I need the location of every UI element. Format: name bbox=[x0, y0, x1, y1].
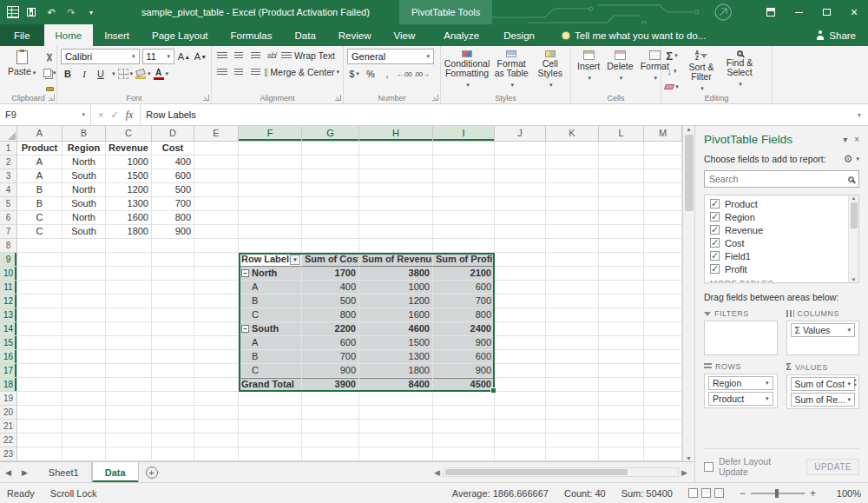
orientation-button[interactable]: ab̸ bbox=[265, 49, 279, 63]
cell-C10[interactable] bbox=[106, 267, 152, 281]
cell-D4[interactable]: 500 bbox=[152, 183, 194, 197]
cell-G4[interactable] bbox=[302, 183, 359, 197]
cell-K19[interactable] bbox=[546, 392, 599, 406]
cell-F7[interactable] bbox=[239, 225, 302, 239]
filters-box[interactable] bbox=[704, 321, 778, 355]
wrap-text-button[interactable]: Wrap Text bbox=[281, 49, 335, 63]
tab-review[interactable]: Review bbox=[327, 24, 383, 46]
align-bottom-button[interactable] bbox=[248, 49, 262, 63]
cell-A3[interactable]: A bbox=[17, 169, 62, 183]
cell-G12[interactable]: 500 bbox=[302, 295, 359, 308]
cell-M11[interactable] bbox=[644, 281, 682, 295]
redo-button[interactable]: ↷ bbox=[64, 4, 78, 20]
cell-C2[interactable]: 1000 bbox=[106, 156, 152, 169]
cell-F14[interactable]: −South bbox=[239, 322, 302, 336]
cell-H15[interactable]: 1500 bbox=[359, 336, 433, 350]
cell-G11[interactable]: 400 bbox=[302, 281, 359, 295]
page-break-view-icon[interactable] bbox=[714, 488, 724, 498]
field-chip--values[interactable]: Σ Values▾ bbox=[791, 323, 856, 337]
horizontal-scroll-track[interactable] bbox=[443, 467, 679, 477]
field-checkbox-region[interactable] bbox=[710, 212, 720, 222]
cell-M10[interactable] bbox=[644, 267, 682, 281]
cell-D9[interactable] bbox=[152, 253, 194, 267]
cell-D19[interactable] bbox=[152, 392, 194, 406]
cell-H16[interactable]: 1300 bbox=[359, 350, 433, 364]
field-item-field1[interactable]: Field1 bbox=[705, 249, 858, 262]
cell-I17[interactable]: 900 bbox=[433, 364, 495, 378]
formula-bar-expand-icon[interactable]: ▾ bbox=[851, 104, 868, 125]
zoom-out-button[interactable]: − bbox=[740, 487, 746, 500]
row-header-2[interactable]: 2 bbox=[0, 156, 17, 169]
cell-M2[interactable] bbox=[644, 156, 682, 169]
cell-J9[interactable] bbox=[495, 253, 546, 267]
cell-F4[interactable] bbox=[239, 183, 302, 197]
cell-D17[interactable] bbox=[152, 364, 194, 378]
cell-M15[interactable] bbox=[644, 336, 682, 350]
sheet-nav-right-icon[interactable]: ▶ bbox=[16, 462, 33, 482]
horizontal-scroll-thumb[interactable] bbox=[445, 469, 628, 475]
cell-A9[interactable] bbox=[17, 253, 62, 267]
cell-J2[interactable] bbox=[495, 156, 546, 169]
cell-A11[interactable] bbox=[17, 281, 62, 295]
underline-button[interactable]: U bbox=[94, 67, 108, 81]
cell-F6[interactable] bbox=[239, 211, 302, 225]
delete-cells-button[interactable]: Delete▾ bbox=[604, 49, 635, 91]
cell-G14[interactable]: 2200 bbox=[302, 322, 359, 336]
cell-E11[interactable] bbox=[194, 281, 239, 295]
field-checkbox-cost[interactable] bbox=[710, 238, 720, 248]
cell-L5[interactable] bbox=[599, 197, 644, 211]
cell-A23[interactable] bbox=[17, 447, 62, 461]
cell-K11[interactable] bbox=[546, 281, 599, 295]
row-header-1[interactable]: 1 bbox=[0, 142, 17, 156]
cell-K21[interactable] bbox=[546, 420, 599, 434]
cell-L8[interactable] bbox=[599, 239, 644, 253]
cell-M16[interactable] bbox=[644, 350, 682, 364]
alignment-dialog-launcher[interactable] bbox=[335, 95, 341, 101]
cell-I9[interactable]: Sum of Profit bbox=[433, 253, 495, 267]
row-header-3[interactable]: 3 bbox=[0, 169, 17, 183]
chip-dropdown-icon[interactable]: ▾ bbox=[766, 395, 769, 402]
cell-I10[interactable]: 2100 bbox=[433, 267, 495, 281]
cell-F2[interactable] bbox=[239, 156, 302, 169]
cell-E10[interactable] bbox=[194, 267, 239, 281]
cell-L14[interactable] bbox=[599, 322, 644, 336]
column-header-G[interactable]: G bbox=[302, 126, 359, 142]
cell-L19[interactable] bbox=[599, 392, 644, 406]
number-format-combo[interactable]: General▾ bbox=[347, 49, 434, 64]
cell-M9[interactable] bbox=[644, 253, 682, 267]
share-button[interactable]: Share bbox=[804, 24, 868, 46]
italic-button[interactable]: I bbox=[77, 67, 91, 81]
scroll-left-icon[interactable]: ◀ bbox=[434, 468, 440, 477]
cell-G23[interactable] bbox=[302, 447, 359, 461]
cell-H18[interactable]: 8400 bbox=[359, 378, 433, 392]
copy-button[interactable]: ▾ bbox=[43, 66, 56, 80]
font-size-combo[interactable]: 11▾ bbox=[142, 49, 174, 64]
save-button[interactable] bbox=[24, 4, 38, 20]
fields-scroll-down-icon[interactable]: ▼ bbox=[852, 277, 857, 282]
cell-M7[interactable] bbox=[644, 225, 682, 239]
cell-H23[interactable] bbox=[359, 447, 433, 461]
chip-dropdown-icon[interactable]: ▾ bbox=[847, 381, 851, 387]
cell-G7[interactable] bbox=[302, 225, 359, 239]
cell-D10[interactable] bbox=[152, 267, 194, 281]
fields-scroll-up-icon[interactable]: ▲ bbox=[852, 195, 857, 201]
cell-I22[interactable] bbox=[433, 434, 495, 447]
cell-F13[interactable]: C bbox=[239, 308, 302, 322]
cell-J17[interactable] bbox=[495, 364, 546, 378]
cell-F11[interactable]: A bbox=[239, 281, 302, 295]
cell-I21[interactable] bbox=[433, 420, 495, 434]
cell-I7[interactable] bbox=[433, 225, 495, 239]
filter-dropdown-button[interactable]: ▼ bbox=[290, 255, 300, 265]
cell-H22[interactable] bbox=[359, 434, 433, 447]
field-item-cost[interactable]: Cost bbox=[705, 236, 858, 249]
cell-E5[interactable] bbox=[194, 197, 239, 211]
columns-box[interactable]: Σ Values▾ bbox=[786, 321, 860, 355]
zoom-slider[interactable] bbox=[751, 493, 805, 494]
cell-J1[interactable] bbox=[495, 142, 546, 156]
field-chip-sum-of-cost[interactable]: Sum of Cost▾ bbox=[791, 377, 856, 391]
cell-G9[interactable]: Sum of Cost bbox=[302, 253, 359, 267]
cell-F16[interactable]: B bbox=[239, 350, 302, 364]
cell-D1[interactable]: Cost bbox=[152, 142, 194, 156]
cell-M22[interactable] bbox=[644, 434, 682, 447]
cell-F5[interactable] bbox=[239, 197, 302, 211]
